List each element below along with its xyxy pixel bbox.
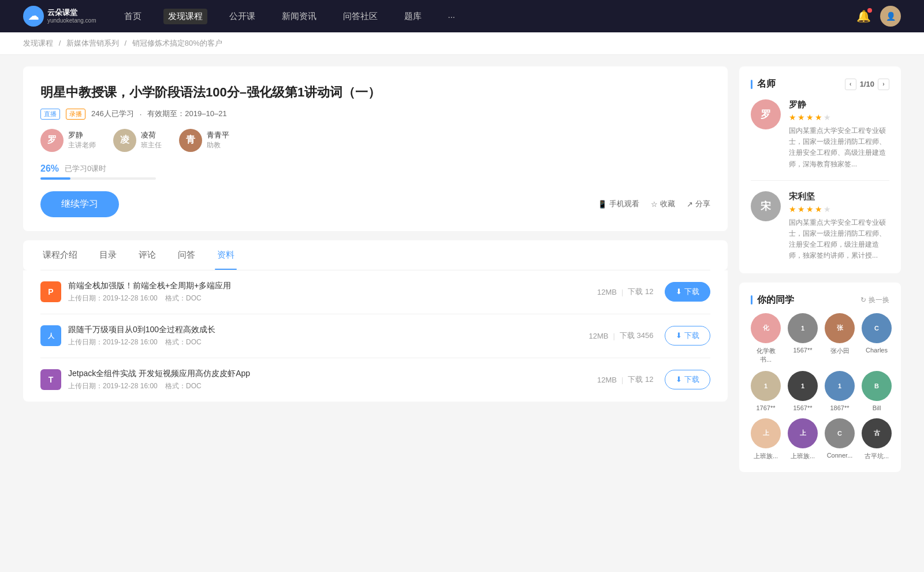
prev-teacher-btn[interactable]: ‹ bbox=[845, 79, 856, 90]
cm-name-11: 古平坑... bbox=[865, 452, 889, 460]
download-button-2[interactable]: ⬇ 下载 bbox=[665, 370, 710, 389]
cm-avatar-7[interactable]: B bbox=[862, 371, 892, 401]
cm-avatar-1[interactable]: 1 bbox=[788, 313, 818, 343]
cm-avatar-8[interactable]: 上 bbox=[751, 418, 781, 448]
nav-item-discover[interactable]: 发现课程 bbox=[163, 9, 207, 24]
cm-avatar-6[interactable]: 1 bbox=[825, 371, 855, 401]
course-meta: 直播 录播 246人已学习 · 有效期至：2019–10–21 bbox=[40, 109, 710, 120]
logo-icon: ☁ bbox=[23, 6, 44, 27]
mat-size-2: 12MB bbox=[597, 376, 617, 384]
mat-icon-0: P bbox=[40, 281, 61, 302]
mat-info-0: 前端全栈加强版！前端全栈+全周期+多端应用 上传日期：2019-12-28 16… bbox=[68, 281, 597, 303]
teacher-0-info: 罗静 主讲老师 bbox=[68, 130, 96, 150]
classmates-header: 你的同学 ↻ 换一换 bbox=[751, 294, 889, 306]
mat-title-2: Jetpack全组件实战 开发短视频应用高仿皮皮虾App bbox=[68, 369, 597, 379]
cm-name-9: 上班族... bbox=[791, 452, 815, 460]
tp-info-0: 罗静 ★ ★ ★ ★ ★ 国内某重点大学安全工程专业硕士，国家一级注册消防工程师… bbox=[789, 99, 889, 170]
breadcrumb-link-discover[interactable]: 发现课程 bbox=[23, 39, 53, 47]
tab-catalog[interactable]: 目录 bbox=[97, 240, 119, 270]
progress-percent: 26% bbox=[40, 164, 59, 174]
tab-review[interactable]: 评论 bbox=[136, 240, 158, 270]
logo[interactable]: ☁ 云朵课堂 yunduoketang.com bbox=[23, 6, 96, 27]
cm-name-0: 化学教书... bbox=[751, 347, 781, 364]
nav-item-public[interactable]: 公开课 bbox=[225, 9, 260, 24]
tab-qa[interactable]: 问答 bbox=[176, 240, 198, 270]
classmate-7: B Bill bbox=[862, 371, 892, 411]
collect-link[interactable]: ☆ 收藏 bbox=[651, 199, 675, 209]
classmate-9: 上 上班族... bbox=[788, 418, 818, 460]
nav-item-more[interactable]: ··· bbox=[444, 9, 460, 24]
cm-name-2: 张小田 bbox=[830, 347, 850, 355]
cm-name-6: 1867** bbox=[830, 404, 849, 411]
teacher-0-role: 主讲老师 bbox=[68, 140, 96, 150]
mobile-watch-link[interactable]: 📱 手机观看 bbox=[598, 199, 639, 209]
mat-stats-2: 12MB | 下载 12 bbox=[597, 374, 653, 385]
breadcrumb-sep1: / bbox=[59, 39, 63, 47]
mat-downloads-1: 下载 3456 bbox=[620, 330, 654, 341]
breadcrumb-link-course[interactable]: 销冠修炼术搞定80%的客户 bbox=[132, 39, 222, 47]
cm-avatar-2[interactable]: 张 bbox=[825, 313, 855, 343]
classmate-2: 张 张小田 bbox=[825, 313, 855, 364]
progress-label: 26% 已学习0课时 bbox=[40, 164, 710, 174]
teacher-pagination: ‹ 1/10 › bbox=[845, 79, 889, 90]
bell-icon[interactable]: 🔔 bbox=[856, 9, 871, 23]
cm-avatar-9[interactable]: 上 bbox=[788, 418, 818, 448]
mobile-icon: 📱 bbox=[598, 200, 607, 209]
tab-materials[interactable]: 资料 bbox=[215, 240, 237, 270]
breadcrumb: 发现课程 / 新媒体营销系列 / 销冠修炼术搞定80%的客户 bbox=[0, 32, 924, 55]
mat-size-1: 12MB bbox=[588, 332, 608, 340]
mat-downloads-0: 下载 12 bbox=[628, 287, 653, 297]
mat-meta-1: 上传日期：2019-12-28 16:00 格式：DOC bbox=[68, 337, 588, 347]
tabs-list: 课程介绍 目录 评论 问答 资料 bbox=[40, 240, 710, 270]
teacher-2: 青 青青平 助教 bbox=[179, 129, 229, 152]
mat-size-0: 12MB bbox=[597, 288, 617, 296]
teacher-1-info: 凌荷 班主任 bbox=[141, 130, 162, 150]
classmate-4: 1 1767** bbox=[751, 371, 781, 411]
classmate-3: C Charles bbox=[862, 313, 892, 364]
share-icon: ↗ bbox=[687, 200, 693, 209]
progress-studied: 已学习0课时 bbox=[65, 164, 106, 174]
tp-desc-0: 国内某重点大学安全工程专业硕士，国家一级注册消防工程师、注册安全工程师、高级注册… bbox=[789, 125, 889, 170]
classmates-title: 你的同学 bbox=[751, 294, 794, 306]
cm-avatar-11[interactable]: 古 bbox=[862, 418, 892, 448]
course-valid: 有效期至：2019–10–21 bbox=[147, 109, 226, 119]
classmates-panel: 你的同学 ↻ 换一换 化 化学教书... 1 1567** 张 张小 bbox=[739, 283, 901, 472]
nav-item-news[interactable]: 新闻资讯 bbox=[277, 9, 321, 24]
download-button-0[interactable]: ⬇ 下载 bbox=[665, 282, 710, 302]
right-panel: 名师 ‹ 1/10 › 罗 罗静 ★ ★ ★ ★ ★ bbox=[739, 66, 901, 481]
user-avatar-nav[interactable]: 👤 bbox=[880, 6, 901, 27]
nav-item-qa[interactable]: 问答社区 bbox=[338, 9, 382, 24]
mat-meta-2: 上传日期：2019-12-28 16:00 格式：DOC bbox=[68, 381, 597, 391]
mat-info-1: 跟随千万级项目从0到100全过程高效成长 上传日期：2019-12-28 16:… bbox=[68, 325, 588, 347]
tp-desc-1: 国内某重点大学安全工程专业硕士，国家一级注册消防工程师、注册安全工程师，级注册建… bbox=[789, 217, 889, 262]
cm-avatar-5[interactable]: 1 bbox=[788, 371, 818, 401]
download-button-1[interactable]: ⬇ 下载 bbox=[665, 326, 710, 346]
breadcrumb-link-series[interactable]: 新媒体营销系列 bbox=[66, 39, 119, 47]
teacher-profile-1: 宋 宋利坚 ★ ★ ★ ★ ★ 国内某重点大学安全工程专业硕士，国家一级注册消防… bbox=[751, 191, 889, 262]
progress-bar-bg bbox=[40, 177, 156, 180]
cm-avatar-3[interactable]: C bbox=[862, 313, 892, 343]
mat-stats-0: 12MB | 下载 12 bbox=[597, 287, 653, 297]
next-teacher-btn[interactable]: › bbox=[878, 79, 889, 90]
course-title: 明星中教授课，小学阶段语法100分–强化级第1讲动词（一） bbox=[40, 84, 710, 102]
tab-intro[interactable]: 课程介绍 bbox=[40, 240, 80, 270]
mat-stats-1: 12MB | 下载 3456 bbox=[588, 330, 653, 341]
cm-avatar-4[interactable]: 1 bbox=[751, 371, 781, 401]
teacher-1-name: 凌荷 bbox=[141, 130, 162, 140]
tp-stars-1: ★ ★ ★ ★ ★ bbox=[789, 205, 889, 214]
main-layout: 明星中教授课，小学阶段语法100分–强化级第1讲动词（一） 直播 录播 246人… bbox=[0, 55, 924, 493]
nav-item-quiz[interactable]: 题库 bbox=[400, 9, 426, 24]
cm-avatar-10[interactable]: C bbox=[825, 418, 855, 448]
materials-list: P 前端全栈加强版！前端全栈+全周期+多端应用 上传日期：2019-12-28 … bbox=[23, 270, 728, 402]
teacher-1-role: 班主任 bbox=[141, 140, 162, 150]
teacher-0: 罗 罗静 主讲老师 bbox=[40, 129, 96, 152]
nav-right: 🔔 👤 bbox=[856, 6, 901, 27]
classmate-10: C Conner... bbox=[825, 418, 855, 460]
share-link[interactable]: ↗ 分享 bbox=[687, 199, 710, 209]
nav-item-home[interactable]: 首页 bbox=[120, 9, 146, 24]
continue-button[interactable]: 继续学习 bbox=[40, 191, 119, 217]
refresh-classmates-btn[interactable]: ↻ 换一换 bbox=[860, 295, 889, 305]
cm-avatar-0[interactable]: 化 bbox=[751, 313, 781, 343]
teachers-panel-header: 名师 ‹ 1/10 › bbox=[751, 78, 889, 90]
cm-name-7: Bill bbox=[873, 404, 881, 411]
